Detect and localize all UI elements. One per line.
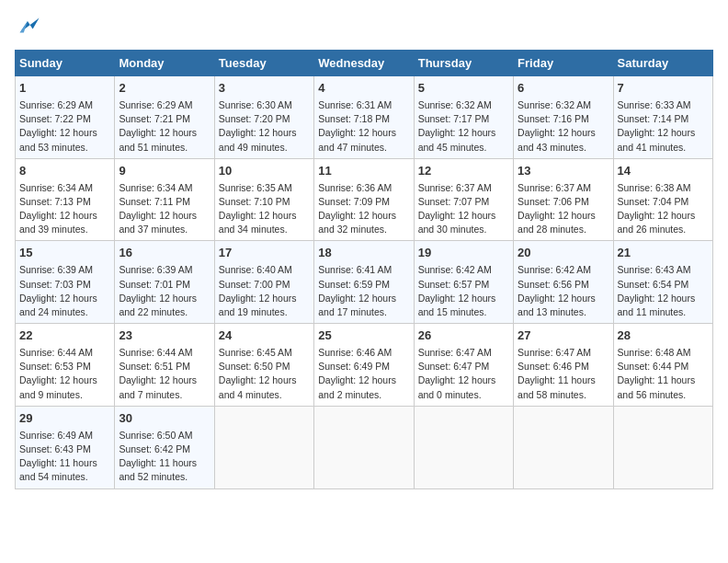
column-header-sunday: Sunday <box>16 51 115 76</box>
day-number: 29 <box>19 410 110 428</box>
day-info: Sunrise: 6:42 AM Sunset: 6:57 PM Dayligh… <box>418 263 509 319</box>
day-number: 25 <box>318 327 409 345</box>
calendar-table: SundayMondayTuesdayWednesdayThursdayFrid… <box>15 50 713 489</box>
day-number: 20 <box>518 245 609 262</box>
calendar-cell: 7Sunrise: 6:33 AM Sunset: 7:14 PM Daylig… <box>613 76 712 159</box>
day-number: 3 <box>219 80 310 98</box>
calendar-week-row: 22Sunrise: 6:44 AM Sunset: 6:53 PM Dayli… <box>16 324 713 407</box>
column-header-friday: Friday <box>514 51 613 76</box>
calendar-cell: 26Sunrise: 6:47 AM Sunset: 6:47 PM Dayli… <box>414 324 513 407</box>
calendar-cell: 22Sunrise: 6:44 AM Sunset: 6:53 PM Dayli… <box>16 324 115 407</box>
calendar-week-row: 15Sunrise: 6:39 AM Sunset: 7:03 PM Dayli… <box>16 241 713 324</box>
calendar-cell: 10Sunrise: 6:35 AM Sunset: 7:10 PM Dayli… <box>214 158 313 241</box>
day-number: 16 <box>119 245 210 262</box>
day-info: Sunrise: 6:37 AM Sunset: 7:07 PM Dayligh… <box>418 181 509 237</box>
column-header-tuesday: Tuesday <box>214 51 313 76</box>
calendar-cell <box>314 406 414 488</box>
calendar-week-row: 8Sunrise: 6:34 AM Sunset: 7:13 PM Daylig… <box>16 158 713 241</box>
calendar-cell: 30Sunrise: 6:50 AM Sunset: 6:42 PM Dayli… <box>115 406 214 488</box>
day-info: Sunrise: 6:32 AM Sunset: 7:16 PM Dayligh… <box>518 98 609 155</box>
day-number: 26 <box>418 327 509 345</box>
calendar-cell: 5Sunrise: 6:32 AM Sunset: 7:17 PM Daylig… <box>414 76 513 159</box>
calendar-cell: 28Sunrise: 6:48 AM Sunset: 6:44 PM Dayli… <box>613 324 712 407</box>
calendar-cell: 21Sunrise: 6:43 AM Sunset: 6:54 PM Dayli… <box>613 241 712 324</box>
calendar-cell: 20Sunrise: 6:42 AM Sunset: 6:56 PM Dayli… <box>514 241 613 324</box>
day-number: 7 <box>618 80 709 98</box>
day-info: Sunrise: 6:41 AM Sunset: 6:59 PM Dayligh… <box>318 263 409 319</box>
day-number: 23 <box>119 327 210 345</box>
calendar-cell: 3Sunrise: 6:30 AM Sunset: 7:20 PM Daylig… <box>214 76 313 159</box>
day-info: Sunrise: 6:35 AM Sunset: 7:10 PM Dayligh… <box>219 181 310 237</box>
day-number: 6 <box>518 80 609 98</box>
calendar-cell <box>514 406 613 488</box>
day-number: 8 <box>19 163 110 180</box>
day-info: Sunrise: 6:38 AM Sunset: 7:04 PM Dayligh… <box>618 181 709 237</box>
calendar-cell: 1Sunrise: 6:29 AM Sunset: 7:22 PM Daylig… <box>16 76 115 159</box>
day-info: Sunrise: 6:50 AM Sunset: 6:42 PM Dayligh… <box>119 429 210 485</box>
calendar-cell: 16Sunrise: 6:39 AM Sunset: 7:01 PM Dayli… <box>115 241 214 324</box>
day-number: 4 <box>318 80 409 98</box>
day-number: 15 <box>19 245 110 262</box>
day-info: Sunrise: 6:42 AM Sunset: 6:56 PM Dayligh… <box>518 263 609 319</box>
calendar-cell: 18Sunrise: 6:41 AM Sunset: 6:59 PM Dayli… <box>314 241 414 324</box>
day-info: Sunrise: 6:39 AM Sunset: 7:01 PM Dayligh… <box>119 263 210 319</box>
calendar-cell: 4Sunrise: 6:31 AM Sunset: 7:18 PM Daylig… <box>314 76 414 159</box>
day-number: 11 <box>318 163 409 180</box>
column-header-saturday: Saturday <box>613 51 712 76</box>
calendar-cell: 27Sunrise: 6:47 AM Sunset: 6:46 PM Dayli… <box>514 324 613 407</box>
calendar-cell <box>414 406 513 488</box>
calendar-cell: 19Sunrise: 6:42 AM Sunset: 6:57 PM Dayli… <box>414 241 513 324</box>
logo-icon <box>15 15 40 40</box>
calendar-cell <box>613 406 712 488</box>
calendar-cell: 14Sunrise: 6:38 AM Sunset: 7:04 PM Dayli… <box>613 158 712 241</box>
day-info: Sunrise: 6:37 AM Sunset: 7:06 PM Dayligh… <box>518 181 609 237</box>
day-number: 30 <box>119 410 210 428</box>
day-info: Sunrise: 6:49 AM Sunset: 6:43 PM Dayligh… <box>19 429 110 485</box>
calendar-cell: 24Sunrise: 6:45 AM Sunset: 6:50 PM Dayli… <box>214 324 313 407</box>
day-info: Sunrise: 6:46 AM Sunset: 6:49 PM Dayligh… <box>318 346 409 402</box>
day-number: 24 <box>219 327 310 345</box>
day-number: 9 <box>119 163 210 180</box>
day-number: 5 <box>418 80 509 98</box>
calendar-cell: 8Sunrise: 6:34 AM Sunset: 7:13 PM Daylig… <box>16 158 115 241</box>
day-number: 18 <box>318 245 409 262</box>
day-info: Sunrise: 6:44 AM Sunset: 6:53 PM Dayligh… <box>19 346 110 402</box>
day-number: 27 <box>518 327 609 345</box>
column-header-wednesday: Wednesday <box>314 51 414 76</box>
day-info: Sunrise: 6:32 AM Sunset: 7:17 PM Dayligh… <box>418 98 509 155</box>
day-info: Sunrise: 6:31 AM Sunset: 7:18 PM Dayligh… <box>318 98 409 155</box>
calendar-week-row: 29Sunrise: 6:49 AM Sunset: 6:43 PM Dayli… <box>16 406 713 488</box>
day-info: Sunrise: 6:34 AM Sunset: 7:11 PM Dayligh… <box>119 181 210 237</box>
day-info: Sunrise: 6:29 AM Sunset: 7:21 PM Dayligh… <box>119 98 210 155</box>
day-number: 14 <box>618 163 709 180</box>
calendar-cell: 23Sunrise: 6:44 AM Sunset: 6:51 PM Dayli… <box>115 324 214 407</box>
day-number: 17 <box>219 245 310 262</box>
day-number: 19 <box>418 245 509 262</box>
calendar-cell: 29Sunrise: 6:49 AM Sunset: 6:43 PM Dayli… <box>16 406 115 488</box>
day-info: Sunrise: 6:44 AM Sunset: 6:51 PM Dayligh… <box>119 346 210 402</box>
calendar-cell: 9Sunrise: 6:34 AM Sunset: 7:11 PM Daylig… <box>115 158 214 241</box>
column-header-thursday: Thursday <box>414 51 513 76</box>
day-number: 13 <box>518 163 609 180</box>
day-info: Sunrise: 6:47 AM Sunset: 6:46 PM Dayligh… <box>518 346 609 402</box>
day-number: 21 <box>618 245 709 262</box>
calendar-header-row: SundayMondayTuesdayWednesdayThursdayFrid… <box>16 51 713 76</box>
day-info: Sunrise: 6:48 AM Sunset: 6:44 PM Dayligh… <box>618 346 709 402</box>
calendar-cell: 2Sunrise: 6:29 AM Sunset: 7:21 PM Daylig… <box>115 76 214 159</box>
day-info: Sunrise: 6:43 AM Sunset: 6:54 PM Dayligh… <box>618 263 709 319</box>
calendar-week-row: 1Sunrise: 6:29 AM Sunset: 7:22 PM Daylig… <box>16 76 713 159</box>
day-info: Sunrise: 6:47 AM Sunset: 6:47 PM Dayligh… <box>418 346 509 402</box>
calendar-cell: 11Sunrise: 6:36 AM Sunset: 7:09 PM Dayli… <box>314 158 414 241</box>
calendar-cell: 12Sunrise: 6:37 AM Sunset: 7:07 PM Dayli… <box>414 158 513 241</box>
day-info: Sunrise: 6:29 AM Sunset: 7:22 PM Dayligh… <box>19 98 110 155</box>
day-info: Sunrise: 6:36 AM Sunset: 7:09 PM Dayligh… <box>318 181 409 237</box>
calendar-cell: 17Sunrise: 6:40 AM Sunset: 7:00 PM Dayli… <box>214 241 313 324</box>
day-number: 1 <box>19 80 110 98</box>
day-info: Sunrise: 6:30 AM Sunset: 7:20 PM Dayligh… <box>219 98 310 155</box>
day-info: Sunrise: 6:34 AM Sunset: 7:13 PM Dayligh… <box>19 181 110 237</box>
day-info: Sunrise: 6:33 AM Sunset: 7:14 PM Dayligh… <box>618 98 709 155</box>
day-number: 22 <box>19 327 110 345</box>
calendar-cell: 13Sunrise: 6:37 AM Sunset: 7:06 PM Dayli… <box>514 158 613 241</box>
day-info: Sunrise: 6:39 AM Sunset: 7:03 PM Dayligh… <box>19 263 110 319</box>
calendar-cell: 6Sunrise: 6:32 AM Sunset: 7:16 PM Daylig… <box>514 76 613 159</box>
